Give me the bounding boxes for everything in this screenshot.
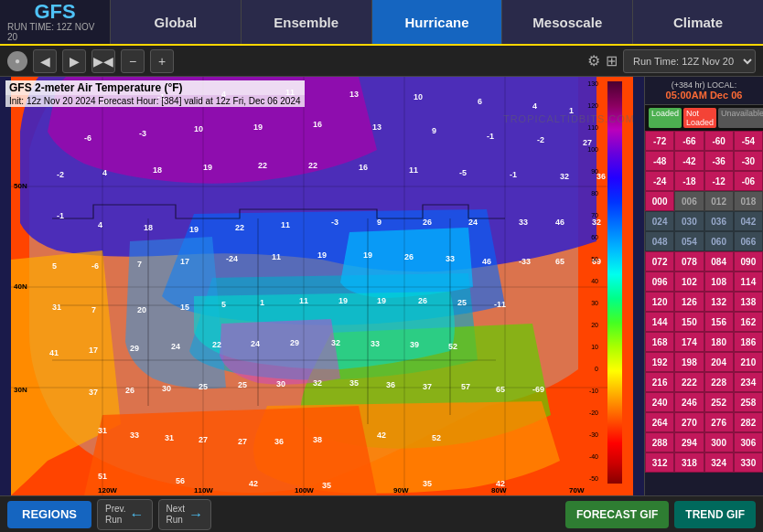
progress-dot[interactable]: ● (7, 51, 27, 71)
hour-cell[interactable]: 216 (645, 372, 674, 392)
hour-cell[interactable]: 186 (734, 332, 763, 352)
hour-cell[interactable]: 318 (674, 452, 704, 473)
svg-text:90W: 90W (393, 486, 409, 495)
hour-cell[interactable]: 150 (674, 312, 704, 332)
hour-cell[interactable]: 030 (674, 211, 704, 231)
hour-cell[interactable]: 156 (704, 312, 734, 332)
hour-cell[interactable]: 294 (674, 432, 704, 452)
hour-cell[interactable]: 312 (645, 452, 674, 473)
hour-cell[interactable]: 234 (734, 372, 763, 392)
hour-cell[interactable]: 270 (674, 412, 704, 432)
next-frame-button[interactable]: ▶◀ (91, 49, 115, 73)
hour-cell[interactable]: 192 (645, 352, 674, 372)
prev-frame-button[interactable]: ◀ (33, 49, 57, 73)
hour-cell[interactable]: -12 (704, 171, 734, 191)
svg-text:57: 57 (461, 382, 470, 391)
hour-cell[interactable]: 042 (734, 211, 763, 231)
nav-climate[interactable]: Climate (632, 0, 763, 44)
forecast-gif-button[interactable]: FORECAST GIF (565, 501, 669, 528)
hour-cell[interactable]: 162 (734, 312, 763, 332)
hour-cell[interactable]: 012 (704, 191, 734, 211)
not-loaded-badge[interactable]: Not Loaded (683, 108, 716, 128)
hour-cell[interactable]: 300 (704, 432, 734, 452)
hour-cell[interactable]: 102 (674, 271, 704, 292)
hour-cell[interactable]: -72 (645, 131, 674, 151)
next-run-nav[interactable]: Next Run → (158, 499, 212, 530)
hour-cell[interactable]: 222 (674, 372, 704, 392)
hour-cell[interactable]: 252 (704, 392, 734, 412)
prev-run-nav[interactable]: Prev. Run ← (97, 499, 153, 530)
hour-cell[interactable]: 198 (674, 352, 704, 372)
loaded-badge[interactable]: Loaded (649, 108, 682, 128)
unavailable-badge[interactable]: Unavailable (718, 108, 763, 128)
hour-cell[interactable]: 024 (645, 211, 674, 231)
hour-cell[interactable]: 096 (645, 271, 674, 292)
nav-hurricane[interactable]: Hurricane (371, 0, 502, 44)
minus-button[interactable]: − (121, 49, 145, 73)
svg-text:16: 16 (359, 163, 368, 172)
hour-cell[interactable]: 306 (734, 432, 763, 452)
hour-cell[interactable]: 108 (704, 271, 734, 292)
hour-cell[interactable]: 210 (734, 352, 763, 372)
hour-cell[interactable]: 036 (704, 211, 734, 231)
run-time-select[interactable]: Run Time: 12Z Nov 20 (623, 49, 756, 73)
hour-cell[interactable]: -42 (674, 151, 704, 171)
hour-cell[interactable]: 048 (645, 231, 674, 251)
regions-button[interactable]: REGIONS (7, 501, 91, 528)
hour-cell[interactable]: 072 (645, 251, 674, 271)
hour-cell[interactable]: 324 (704, 452, 734, 473)
hour-cell[interactable]: 246 (674, 392, 704, 412)
nav-mesoscale[interactable]: Mesoscale (501, 0, 632, 44)
hour-cell[interactable]: 078 (674, 251, 704, 271)
hour-cell[interactable]: 282 (734, 412, 763, 432)
settings-icon[interactable]: ⚙ (587, 52, 600, 69)
hour-cell[interactable]: -36 (704, 151, 734, 171)
hour-cell[interactable]: 066 (734, 231, 763, 251)
forecast-time-value: 05:00AM Dec 06 (650, 90, 758, 101)
hour-cell[interactable]: 240 (645, 392, 674, 412)
hour-cell[interactable]: 138 (734, 292, 763, 312)
trend-gif-button[interactable]: TREND GIF (674, 501, 756, 528)
hour-cell[interactable]: -30 (734, 151, 763, 171)
hour-cell[interactable]: 330 (734, 452, 763, 473)
prev-arrow-icon[interactable]: ← (130, 506, 145, 523)
hour-cell[interactable]: 114 (734, 271, 763, 292)
hour-cell[interactable]: 120 (645, 292, 674, 312)
hour-cell[interactable]: 060 (704, 231, 734, 251)
hour-cell[interactable]: 180 (704, 332, 734, 352)
hour-cell[interactable]: 084 (704, 251, 734, 271)
hour-cell[interactable]: 144 (645, 312, 674, 332)
hour-cell[interactable]: 228 (704, 372, 734, 392)
hour-cell[interactable]: 126 (674, 292, 704, 312)
grid-icon[interactable]: ⊞ (606, 52, 618, 69)
hour-cell[interactable]: 258 (734, 392, 763, 412)
hour-cell[interactable]: -24 (645, 171, 674, 191)
hour-cell[interactable]: -66 (674, 131, 704, 151)
hour-cell[interactable]: -60 (704, 131, 734, 151)
plus-button[interactable]: + (150, 49, 174, 73)
svg-text:-33: -33 (519, 257, 531, 266)
svg-text:32: 32 (313, 378, 322, 388)
hour-cell[interactable]: 288 (645, 432, 674, 452)
nav-ensemble[interactable]: Ensemble (241, 0, 371, 44)
hour-cell[interactable]: -48 (645, 151, 674, 171)
hour-cell[interactable]: 018 (734, 191, 763, 211)
hour-cell[interactable]: 132 (704, 292, 734, 312)
hour-cell[interactable]: 204 (704, 352, 734, 372)
hour-cell[interactable]: 168 (645, 332, 674, 352)
hour-cell[interactable]: -54 (734, 131, 763, 151)
hour-cell[interactable]: 264 (645, 412, 674, 432)
hour-cell[interactable]: 174 (674, 332, 704, 352)
svg-text:1: 1 (260, 298, 264, 307)
hour-cell[interactable]: -06 (734, 171, 763, 191)
hour-cell[interactable]: 090 (734, 251, 763, 271)
svg-text:50: 50 (591, 256, 598, 262)
hour-cell[interactable]: 006 (674, 191, 704, 211)
next-arrow-icon[interactable]: → (188, 506, 203, 523)
hour-cell[interactable]: -18 (674, 171, 704, 191)
hour-cell[interactable]: 054 (674, 231, 704, 251)
play-button[interactable]: ▶ (62, 49, 86, 73)
nav-global[interactable]: Global (110, 0, 241, 44)
hour-cell[interactable]: 276 (704, 412, 734, 432)
hour-cell[interactable]: 000 (645, 191, 674, 211)
